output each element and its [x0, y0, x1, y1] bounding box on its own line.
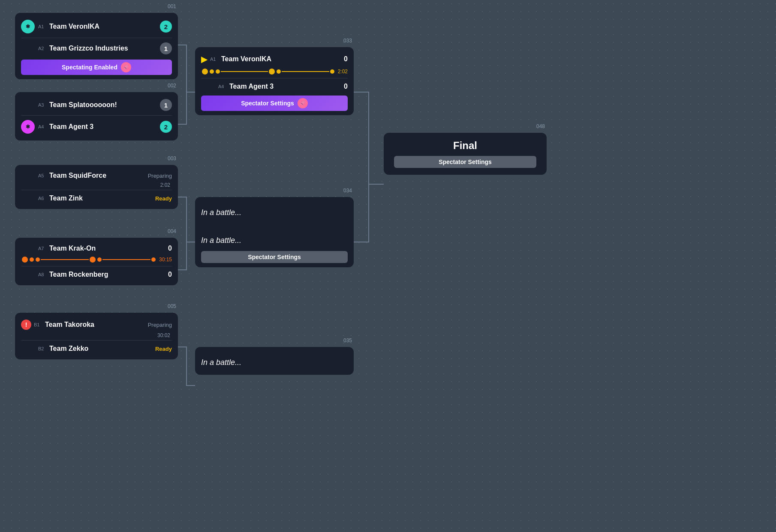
progress-bar: 30:15	[21, 255, 172, 264]
team-status: Ready	[155, 195, 172, 202]
team-name: Team Rockenberg	[49, 271, 163, 278]
team-row: ▶ A1 Team VeronIKA 0	[201, 51, 348, 67]
team-name: Team Grizzco Industries	[49, 45, 160, 52]
battle-status-1: In a battle...	[201, 351, 348, 371]
team-score: 0	[163, 245, 172, 252]
team-name: Team Krak-On	[49, 245, 163, 252]
node-number-004: 004	[168, 228, 176, 234]
match-node-003: 003 A5 Team SquidForce Preparing 2:02 A6…	[15, 165, 178, 209]
battle-status-1: In a battle...	[201, 201, 348, 221]
team-row: ✱ A4 Team Agent 3 2	[21, 117, 172, 136]
match-node-034: 034 In a battle... In a battle... Specta…	[195, 197, 354, 267]
team-name: Team Zink	[49, 194, 155, 202]
team-score: 0	[339, 83, 348, 90]
progress-bar: 2:02	[201, 67, 348, 76]
spacer	[201, 221, 348, 229]
team-label: A3	[38, 102, 47, 108]
warning-icon: !	[21, 320, 31, 330]
team-name: Team Agent 3	[229, 83, 339, 90]
divider	[21, 266, 172, 266]
match-node-048-final: 048 Final Spectator Settings	[384, 133, 547, 175]
progress-timer: 30:15	[159, 257, 172, 263]
team-label: A8	[38, 272, 47, 277]
spectator-settings-bar-033[interactable]: Spectator Settings 🦑	[201, 96, 348, 111]
match-node-005: 005 ! B1 Team Takoroka Preparing 30:02 B…	[15, 313, 178, 359]
team-icon-a4: ✱	[21, 120, 35, 134]
team-name: Team VeronIKA	[221, 55, 339, 63]
node-number-048: 048	[536, 123, 545, 129]
divider	[21, 340, 172, 341]
spectator-settings-label: Spectator Settings	[439, 158, 492, 165]
team-icon-a1: ✱	[21, 20, 35, 33]
team-score: 1	[160, 42, 172, 54]
match-node-002: 002 A3 Team Splatoooooon! 1 ✱ A4 Team Ag…	[15, 92, 178, 140]
team-label: A4	[218, 84, 227, 89]
team-status: Preparing	[148, 173, 172, 179]
team-row: ! B1 Team Takoroka Preparing	[21, 317, 172, 332]
team-row: A2 Team Grizzco Industries 1	[21, 40, 172, 57]
team-name: Team Takoroka	[45, 321, 148, 329]
match-node-004: 004 A7 Team Krak-On 0 30:15 A8 Team Rock…	[15, 238, 178, 285]
divider	[21, 190, 172, 190]
team-score: 0	[339, 55, 348, 63]
node-number-035: 035	[343, 338, 352, 344]
team-label: A1	[38, 24, 47, 29]
team-name: Team Splatoooooon!	[49, 101, 160, 109]
team-row: A6 Team Zink Ready	[21, 192, 172, 205]
node-number-001: 001	[168, 3, 176, 9]
team-score: 0	[163, 271, 172, 278]
match-node-035: 035 In a battle...	[195, 347, 354, 375]
team-score: 2	[160, 121, 172, 133]
chevron-icon: ▶	[201, 54, 208, 64]
team-row: B2 Team Zekko Ready	[21, 342, 172, 355]
team-status: Preparing	[148, 322, 172, 328]
team-label: B1	[34, 322, 42, 327]
divider	[21, 115, 172, 116]
team-name: Team Zekko	[49, 345, 155, 353]
progress-timer: 2:02	[338, 69, 348, 75]
team-status: Ready	[155, 346, 172, 352]
final-title: Final	[394, 140, 536, 152]
team-name: Team Agent 3	[49, 123, 160, 131]
node-number-033: 033	[343, 38, 352, 44]
match-node-033: 033 ▶ A1 Team VeronIKA 0 2:02 A4 Team Ag…	[195, 47, 354, 115]
avatar: 🦑	[121, 62, 131, 72]
spectating-label: Spectating Enabled	[62, 64, 117, 71]
team-name: Team SquidForce	[49, 172, 148, 179]
team-row: A7 Team Krak-On 0	[21, 242, 172, 255]
team-label: A2	[38, 46, 47, 51]
team-label: A5	[38, 173, 47, 178]
timer: 30:02	[21, 332, 172, 338]
team-score: 2	[160, 21, 172, 33]
node-number-002: 002	[168, 83, 176, 89]
timer: 2:02	[21, 182, 172, 188]
avatar: 🦑	[298, 98, 308, 108]
team-label: B2	[38, 346, 47, 351]
team-row: A4 Team Agent 3 0	[201, 80, 348, 93]
node-number-005: 005	[168, 303, 176, 309]
team-row: A8 Team Rockenberg 0	[21, 268, 172, 281]
match-node-001: 001 ✱ A1 Team VeronIKA 2 A2 Team Grizzco…	[15, 13, 178, 79]
spectator-settings-label: Spectator Settings	[241, 100, 294, 107]
divider	[21, 38, 172, 38]
team-score: 1	[160, 99, 172, 111]
team-label: A6	[38, 196, 47, 201]
spectating-bar[interactable]: Spectating Enabled 🦑	[21, 60, 172, 75]
divider	[201, 78, 348, 78]
spectator-settings-bar-048[interactable]: Spectator Settings	[394, 156, 536, 168]
team-row: ✱ A1 Team VeronIKA 2	[21, 17, 172, 36]
team-label: A1	[210, 57, 219, 62]
spectator-settings-bar-034[interactable]: Spectator Settings	[201, 251, 348, 263]
battle-status-2: In a battle...	[201, 229, 348, 248]
team-name: Team VeronIKA	[49, 23, 160, 30]
team-label: A4	[38, 124, 47, 129]
node-number-003: 003	[168, 155, 176, 161]
team-row: A3 Team Splatoooooon! 1	[21, 96, 172, 114]
node-number-034: 034	[343, 188, 352, 194]
spectator-settings-label: Spectator Settings	[248, 254, 301, 260]
team-row: A5 Team SquidForce Preparing	[21, 169, 172, 182]
team-label: A7	[38, 246, 47, 251]
